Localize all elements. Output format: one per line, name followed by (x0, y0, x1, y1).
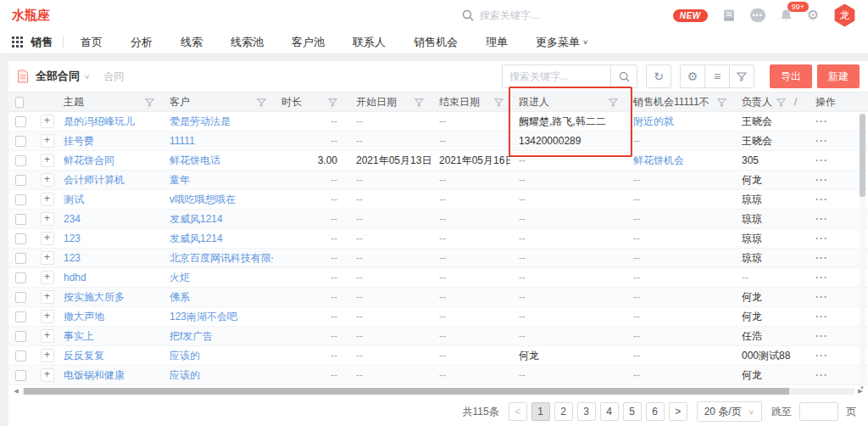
expand-row-button[interactable]: + (41, 310, 54, 323)
row-actions-button[interactable]: ··· (815, 193, 828, 205)
column-header-3[interactable]: 时长 (273, 92, 348, 111)
row-actions-button[interactable]: ··· (815, 369, 828, 381)
horizontal-scrollbar[interactable]: ◀ ▶ (8, 385, 868, 395)
row-checkbox[interactable] (15, 116, 26, 127)
expand-row-button[interactable]: + (41, 134, 54, 148)
row-actions-button[interactable]: ··· (815, 154, 828, 166)
column-header-7[interactable]: 销售机会11111不 (625, 92, 733, 111)
global-search-input[interactable] (480, 9, 598, 21)
customer-cell[interactable]: 发威风1214 (161, 210, 273, 228)
row-checkbox[interactable] (15, 194, 26, 205)
funnel-icon[interactable] (494, 98, 504, 107)
expand-row-button[interactable]: + (41, 232, 54, 245)
theme-cell[interactable]: 撒大声地 (55, 307, 161, 326)
column-header-1[interactable]: 主题 (55, 92, 161, 111)
create-button[interactable]: 新建 (817, 64, 860, 88)
funnel-icon[interactable] (609, 98, 618, 107)
vertical-scrollbar-thumb[interactable] (860, 114, 865, 197)
row-checkbox[interactable] (15, 175, 26, 186)
row-actions-button[interactable]: ··· (815, 252, 828, 264)
customer-cell[interactable]: 把f发广告 (161, 327, 273, 345)
row-actions-button[interactable]: ··· (815, 350, 828, 362)
row-actions-button[interactable]: ··· (815, 115, 828, 127)
customer-cell[interactable]: 应该的 (161, 346, 273, 365)
row-density-button[interactable]: ≡ (704, 64, 730, 88)
customer-cell[interactable]: 火炬 (161, 268, 273, 287)
row-actions-button[interactable]: ··· (815, 233, 828, 244)
nav-tab-联系人[interactable]: 联系人 (353, 35, 386, 50)
horizontal-scrollbar-track[interactable] (22, 388, 854, 395)
theme-cell[interactable]: hdhd (55, 268, 161, 287)
funnel-icon[interactable] (257, 98, 266, 107)
nav-tab-理单[interactable]: 理单 (486, 35, 508, 50)
page-button-3[interactable]: 3 (577, 402, 596, 421)
funnel-icon[interactable] (717, 98, 726, 107)
column-header-4[interactable]: 开始日期 (348, 92, 431, 111)
opportunity-cell[interactable]: 附近的就 (625, 112, 733, 131)
column-header-8[interactable]: 负责人 (733, 92, 793, 111)
filter-button[interactable] (729, 64, 754, 88)
theme-cell[interactable]: 鲜花饼合同 (55, 151, 161, 170)
column-header-5[interactable]: 结束日期 (431, 92, 510, 111)
theme-cell[interactable]: 反反复复 (55, 346, 161, 365)
expand-row-button[interactable]: + (41, 251, 54, 265)
expand-row-button[interactable]: + (41, 349, 54, 362)
row-checkbox[interactable] (15, 253, 26, 264)
expand-row-button[interactable]: + (41, 271, 54, 284)
row-checkbox[interactable] (15, 350, 26, 362)
view-title[interactable]: 全部合同 (36, 69, 80, 84)
column-header-9[interactable]: / (793, 92, 807, 111)
theme-cell[interactable]: 事实上 (55, 327, 161, 345)
customer-cell[interactable]: 爱是劳动法是 (161, 112, 273, 131)
page-button-5[interactable]: 5 (623, 402, 642, 421)
nav-tab-销售机会[interactable]: 销售机会 (414, 35, 458, 50)
customer-cell[interactable]: 鲜花饼电话 (161, 151, 273, 170)
row-checkbox[interactable] (15, 233, 26, 244)
customer-cell[interactable]: 童年 (161, 171, 273, 189)
page-size-select[interactable]: 20 条/页 ∨ (697, 401, 762, 422)
column-settings-button[interactable]: ⚙ (680, 64, 705, 88)
nav-module-label[interactable]: 销售 (31, 35, 53, 50)
page-button-4[interactable]: 4 (600, 402, 619, 421)
export-button[interactable]: 导出 (770, 64, 812, 88)
theme-cell[interactable]: 按实施大所多 (55, 288, 161, 306)
expand-row-button[interactable]: + (41, 154, 54, 167)
theme-cell[interactable]: 123 (55, 249, 161, 267)
column-header-2[interactable]: 客户 (161, 92, 273, 111)
customer-cell[interactable]: 123南湖不会吧 (161, 307, 273, 326)
row-actions-button[interactable]: ··· (815, 330, 828, 342)
page-button-1[interactable]: 1 (531, 402, 550, 421)
customer-cell[interactable]: 发威风1214 (161, 229, 273, 248)
theme-cell[interactable]: 234 (55, 210, 161, 228)
page-button-6[interactable]: 6 (646, 402, 665, 421)
chevron-down-icon[interactable]: ∨ (84, 73, 90, 81)
row-actions-button[interactable]: ··· (815, 291, 828, 303)
next-page-button[interactable]: > (669, 402, 687, 421)
row-actions-button[interactable]: ··· (815, 213, 828, 225)
row-checkbox[interactable] (15, 136, 26, 147)
list-search-button[interactable] (610, 64, 637, 88)
nav-more-menu[interactable]: 更多菜单 ∨ (536, 35, 588, 50)
funnel-icon[interactable] (776, 98, 786, 107)
prev-page-button[interactable]: < (509, 402, 527, 421)
notification-bell[interactable]: 99+ (780, 8, 793, 22)
nav-tab-线索池[interactable]: 线索池 (231, 35, 264, 50)
nav-tab-客户池[interactable]: 客户池 (292, 35, 325, 50)
expand-row-button[interactable]: + (41, 173, 54, 187)
list-search-input[interactable] (502, 64, 610, 88)
page-button-2[interactable]: 2 (554, 402, 573, 421)
row-checkbox[interactable] (15, 331, 26, 342)
customer-cell[interactable]: v哦吃哦想哦在 (161, 190, 273, 209)
nav-tab-首页[interactable]: 首页 (81, 35, 103, 50)
row-checkbox[interactable] (15, 214, 26, 225)
funnel-icon[interactable] (145, 98, 154, 107)
global-search[interactable] (462, 9, 598, 21)
row-checkbox[interactable] (15, 292, 26, 303)
expand-row-button[interactable]: + (41, 212, 54, 226)
refresh-button[interactable]: ↻ (646, 64, 671, 88)
row-actions-button[interactable]: ··· (815, 311, 828, 322)
funnel-icon[interactable] (415, 98, 424, 107)
expand-row-button[interactable]: + (41, 115, 54, 128)
apps-grid-icon[interactable] (12, 36, 23, 48)
row-checkbox[interactable] (15, 370, 26, 381)
